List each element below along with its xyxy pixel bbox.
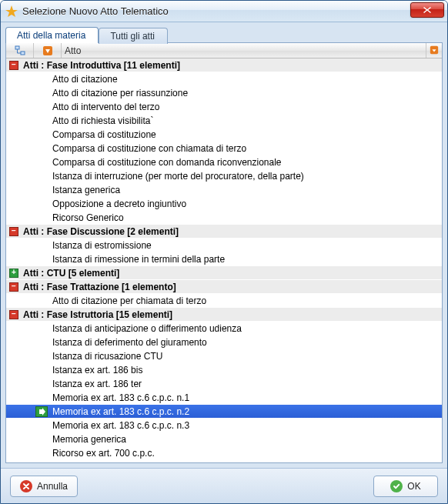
group-title: Atti : Fase Discussione [2 elementi] xyxy=(23,226,179,237)
item-label: Opposizione a decreto ingiuntivo xyxy=(52,199,442,209)
row-indicator xyxy=(9,406,52,417)
list-item[interactable]: Atto di citazione per chiamata di terzo xyxy=(6,294,442,308)
list-item[interactable]: Ricorso ex art. 700 c.p.c. xyxy=(6,446,442,460)
list-item[interactable]: Istanza ex art. 186 ter xyxy=(6,377,442,391)
arrow-right-icon xyxy=(35,406,48,417)
expand-icon[interactable]: + xyxy=(9,269,18,278)
ok-label: OK xyxy=(407,481,420,492)
list-item[interactable]: Istanza di ricusazione CTU xyxy=(6,349,442,363)
grid-header-col2[interactable] xyxy=(34,43,62,58)
group-row[interactable]: −Atti : Fase Trattazione [1 elemento] xyxy=(6,280,442,294)
item-label: Ricorso ex art. 700 c.p.c. xyxy=(52,448,442,459)
item-label: Atto di citazione xyxy=(52,74,442,85)
group-row[interactable]: −Atti : Fase Istruttoria [15 elementi] xyxy=(6,308,442,322)
list-item[interactable]: Memoria ex art. 183 c.6 c.p.c. n.3 xyxy=(6,419,442,432)
item-label: Atto di citazione per chiamata di terzo xyxy=(52,295,442,306)
chevron-down-icon xyxy=(430,45,439,56)
item-label: Istanza di rimessione in termini della p… xyxy=(52,254,442,265)
grid-header-label: Atto xyxy=(65,45,81,56)
close-button[interactable] xyxy=(410,2,444,18)
item-label: Istanza di estromissione xyxy=(52,240,442,251)
grid-header: Atto xyxy=(6,43,442,58)
collapse-icon[interactable]: − xyxy=(9,310,18,319)
titlebar: Selezione Nuovo Atto Telematico xyxy=(1,1,447,22)
list-item[interactable]: Comparsa di costituzione con chiamata di… xyxy=(6,142,442,155)
item-label: Memoria generica xyxy=(52,434,442,445)
item-label: Istanza ex art. 186 bis xyxy=(52,365,442,375)
group-row[interactable]: +Atti : CTU [5 elementi] xyxy=(6,266,442,280)
group-title: Atti : Fase Istruttoria [15 elementi] xyxy=(23,309,172,320)
list-item[interactable]: Istanza di estromissione xyxy=(6,239,442,252)
item-label: Comparsa di costituzione con chiamata di… xyxy=(52,143,442,154)
list-item[interactable]: Opposizione a decreto ingiuntivo xyxy=(6,197,442,211)
list-item[interactable]: Istanza di interruzione (per morte del p… xyxy=(6,169,442,183)
tab-tutti-atti[interactable]: Tutti gli atti xyxy=(99,28,168,44)
group-row[interactable]: −Atti : Fase Discussione [2 elementi] xyxy=(6,225,442,239)
list-item[interactable]: Memoria ex art. 183 c.6 c.p.c. n.2 xyxy=(6,405,442,419)
item-label: Comparsa di costituzione con domanda ric… xyxy=(52,157,442,168)
svg-rect-1 xyxy=(15,46,19,49)
list-item[interactable]: Atto di richiesta visibilita` xyxy=(6,114,442,128)
list-item[interactable]: Istanza ex art. 186 bis xyxy=(6,363,442,377)
item-label: Memoria ex art. 183 c.6 c.p.c. n.3 xyxy=(52,420,442,431)
group-title: Atti : CTU [5 elementi] xyxy=(23,268,119,279)
cancel-icon xyxy=(20,480,32,492)
tabs: Atti della materia Tutti gli atti xyxy=(1,22,447,42)
item-label: Atto di intervento del terzo xyxy=(52,102,442,112)
list-item[interactable]: Comparsa di costituzione xyxy=(6,128,442,142)
list-item[interactable]: Comparsa di costituzione con domanda ric… xyxy=(6,155,442,169)
footer: Annulla OK xyxy=(1,468,447,503)
tree-icon xyxy=(15,45,25,56)
collapse-icon[interactable]: − xyxy=(9,227,18,236)
tab-atti-materia[interactable]: Atti della materia xyxy=(5,27,99,43)
cancel-label: Annulla xyxy=(37,481,68,492)
svg-marker-0 xyxy=(5,5,18,17)
group-title: Atti : Fase Trattazione [1 elemento] xyxy=(23,282,176,292)
item-label: Istanza ex art. 186 ter xyxy=(52,379,442,389)
item-label: Ricorso Generico xyxy=(52,212,442,223)
group-title: Atti : Fase Introduttiva [11 elementi] xyxy=(23,60,180,71)
svg-rect-2 xyxy=(21,52,25,55)
close-icon xyxy=(423,6,432,14)
list-item[interactable]: Atto di citazione xyxy=(6,72,442,86)
item-label: Istanza di anticipazione o differimento … xyxy=(52,323,442,334)
list-item[interactable]: Atto di citazione per riassunzione xyxy=(6,86,442,100)
item-label: Istanza di deferimento del giuramento xyxy=(52,337,442,348)
item-label: Istanza di interruzione (per morte del p… xyxy=(52,171,442,182)
list-item[interactable]: Istanza di anticipazione o differimento … xyxy=(6,322,442,335)
item-label: Istanza di ricusazione CTU xyxy=(52,351,442,362)
group-row[interactable]: −Atti : Fase Introduttiva [11 elementi] xyxy=(6,58,442,72)
list-item[interactable]: Istanza di rimessione in termini della p… xyxy=(6,252,442,266)
app-icon xyxy=(5,5,18,18)
list-item[interactable]: Memoria ex art. 183 c.6 c.p.c. n.1 xyxy=(6,391,442,405)
dialog-window: Selezione Nuovo Atto Telematico Atti del… xyxy=(0,0,448,504)
collapse-icon[interactable]: − xyxy=(9,282,18,292)
item-label: Atto di richiesta visibilita` xyxy=(52,115,442,126)
item-label: Memoria ex art. 183 c.6 c.p.c. n.2 xyxy=(52,406,442,417)
grid-frame: Atto −Atti : Fase Introduttiva [11 eleme… xyxy=(5,42,443,463)
item-label: Memoria ex art. 183 c.6 c.p.c. n.1 xyxy=(52,392,442,403)
list-item[interactable]: Istanza di deferimento del giuramento xyxy=(6,335,442,349)
cancel-button[interactable]: Annulla xyxy=(10,476,78,497)
list-item[interactable]: Atto di intervento del terzo xyxy=(6,100,442,114)
ok-button[interactable]: OK xyxy=(373,476,438,497)
list-item[interactable]: Istanza generica xyxy=(6,183,442,197)
grid-header-atto[interactable]: Atto xyxy=(62,43,426,58)
item-label: Comparsa di costituzione xyxy=(52,129,442,140)
ok-icon xyxy=(390,480,403,492)
down-icon xyxy=(42,45,53,56)
item-label: Istanza generica xyxy=(52,185,442,195)
item-label: Atto di citazione per riassunzione xyxy=(52,88,442,98)
list-item[interactable]: Ricorso Generico xyxy=(6,211,442,225)
window-title: Selezione Nuovo Atto Telematico xyxy=(22,5,169,17)
grid-header-menu[interactable] xyxy=(426,43,442,58)
list-item[interactable]: Memoria generica xyxy=(6,432,442,446)
grid-body[interactable]: −Atti : Fase Introduttiva [11 elementi]A… xyxy=(6,58,442,462)
grid-header-col1[interactable] xyxy=(6,43,34,58)
collapse-icon[interactable]: − xyxy=(9,61,18,70)
